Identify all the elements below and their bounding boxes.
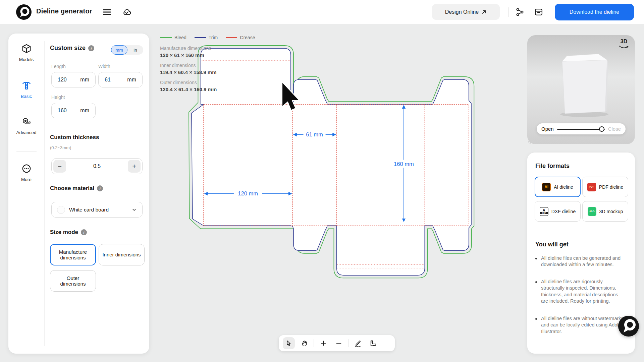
feedback-box-icon[interactable] — [534, 7, 543, 17]
crease-swatch — [226, 37, 237, 38]
chat-widget-button[interactable] — [618, 316, 639, 337]
height-dimension-label: 160 mm — [394, 161, 414, 167]
legend-bleed-label: Bleed — [174, 35, 186, 40]
slider-knob[interactable] — [599, 126, 604, 132]
thickness-decrease-button[interactable]: − — [53, 160, 66, 173]
inner-dimensions-value: 119.4 × 60.4 × 158.9 mm — [160, 69, 217, 75]
format-ai-button[interactable]: Ai AI dieline — [535, 177, 581, 197]
thickness-value[interactable]: 0.5 — [93, 163, 101, 169]
dieline-legend: Bleed Trim Crease — [160, 35, 255, 40]
canvas-toolbar — [279, 335, 395, 351]
info-icon[interactable]: i — [88, 45, 94, 51]
app-logo-icon[interactable] — [16, 4, 32, 20]
plus-icon — [320, 340, 327, 347]
format-dxf-label: DXF dieline — [551, 209, 576, 214]
format-pdf-button[interactable]: PDF PDF dieline — [582, 177, 628, 197]
outer-dimensions-label: Outer dimensions — [160, 80, 217, 85]
thickness-stepper: − 0.5 + — [51, 158, 143, 174]
legend-trim-label: Trim — [209, 35, 218, 40]
ai-file-icon: Ai — [542, 183, 551, 191]
sidebar-item-label: Models — [8, 57, 44, 62]
benefit-item: All dieline files are without watermarks… — [535, 315, 626, 335]
hand-icon — [301, 340, 308, 347]
trim-outline — [192, 48, 471, 275]
bullet-dot — [535, 318, 537, 320]
mode-3d-label: 3D — [618, 39, 630, 45]
pencil-dashed-icon — [354, 340, 362, 347]
more-ellipsis-icon — [21, 164, 32, 174]
unit-mm-option[interactable]: mm — [111, 45, 127, 55]
format-ai-label: AI dieline — [554, 184, 573, 190]
sidebar-item-basic[interactable]: Basic — [8, 80, 44, 99]
measure-tool-button[interactable] — [367, 337, 379, 349]
rail-separator — [16, 152, 37, 152]
height-label: Height — [51, 95, 65, 100]
info-icon[interactable]: i — [97, 185, 103, 191]
legend-trim: Trim — [195, 35, 218, 40]
download-dieline-button[interactable]: Download the dieline — [555, 4, 634, 20]
format-dxf-button[interactable]: ADXF DXF dieline — [535, 201, 581, 222]
header-divider — [508, 7, 509, 17]
close-label: Close — [608, 126, 621, 132]
cloud-saved-icon[interactable] — [122, 7, 131, 17]
slider-track[interactable] — [557, 126, 605, 132]
width-field[interactable]: 61 mm — [98, 72, 143, 87]
width-dimension-label: 120 mm — [238, 190, 258, 197]
dimensions-summary: Manufacture dimensions 120 × 61 × 160 mm… — [160, 46, 217, 92]
height-unit: mm — [80, 108, 89, 114]
share-icon[interactable] — [515, 7, 525, 17]
zoom-out-button[interactable] — [333, 337, 345, 349]
choose-material-title-text: Choose material — [50, 185, 94, 192]
pan-tool-button[interactable] — [298, 337, 310, 349]
cursor-icon — [285, 340, 292, 347]
sidebar-item-advanced[interactable]: Advanced — [8, 117, 44, 135]
sidebar-item-label: Basic — [8, 94, 44, 99]
custom-size-title: Custom size i — [50, 45, 94, 52]
size-mode-manufacture-button[interactable]: Manufacture dimensions — [50, 244, 96, 265]
rail-divider — [44, 41, 45, 346]
depth-dimension-label: 61 mm — [306, 131, 323, 138]
draw-tool-button[interactable] — [352, 337, 364, 349]
sidebar-item-more[interactable]: More — [8, 164, 44, 182]
zoom-in-button[interactable] — [317, 337, 329, 349]
length-unit: mm — [80, 77, 89, 83]
width-value: 61 — [105, 77, 111, 83]
thickness-increase-button[interactable]: + — [128, 160, 141, 173]
length-field[interactable]: 120 mm — [51, 72, 96, 87]
preview-3d-panel[interactable]: 3D Open Close — [527, 35, 635, 144]
info-icon[interactable]: i — [81, 229, 87, 235]
format-pdf-label: PDF dieline — [599, 184, 623, 190]
corner-ruler-icon — [370, 340, 377, 347]
settings-panel: Models Basic Advanced More — [8, 34, 149, 354]
open-close-slider: Open Close — [537, 123, 626, 134]
toolbar-separator — [314, 339, 314, 347]
length-label: Length — [51, 64, 66, 69]
size-mode-outer-button[interactable]: Outer dimensions — [50, 270, 96, 292]
unit-toggle[interactable]: mm in — [111, 45, 143, 55]
slider-line — [557, 129, 605, 130]
pdf-file-icon: PDF — [587, 183, 596, 191]
menu-icon[interactable] — [102, 7, 112, 17]
custom-thickness-title: Custom thickness — [50, 134, 99, 141]
length-value: 120 — [58, 77, 67, 83]
unit-in-option[interactable]: in — [127, 45, 143, 55]
custom-thickness-title-text: Custom thickness — [50, 134, 99, 141]
external-link-icon — [481, 9, 487, 15]
size-mode-title: Size mode i — [50, 229, 87, 236]
width-unit: mm — [127, 77, 136, 83]
height-field[interactable]: 160 mm — [51, 103, 96, 118]
legend-crease-label: Crease — [240, 35, 255, 40]
material-dropdown[interactable]: White card board — [51, 202, 143, 218]
design-online-button[interactable]: Design Online — [432, 4, 500, 20]
bullet-dot — [535, 281, 537, 283]
dxf-file-icon: ADXF — [540, 207, 548, 216]
bleed-swatch — [160, 37, 172, 38]
box-3d-render[interactable] — [527, 45, 635, 132]
select-tool-button[interactable] — [283, 337, 295, 349]
size-mode-inner-button[interactable]: Inner dimensions — [99, 244, 145, 265]
format-3d-mockup-button[interactable]: JPG 3D mockup — [582, 201, 628, 222]
benefit-item: All dieline files are rigorously structu… — [535, 279, 626, 304]
sidebar-item-models[interactable]: Models — [8, 44, 44, 62]
sidebar-item-label: More — [8, 177, 44, 182]
chevron-down-icon — [131, 207, 137, 213]
